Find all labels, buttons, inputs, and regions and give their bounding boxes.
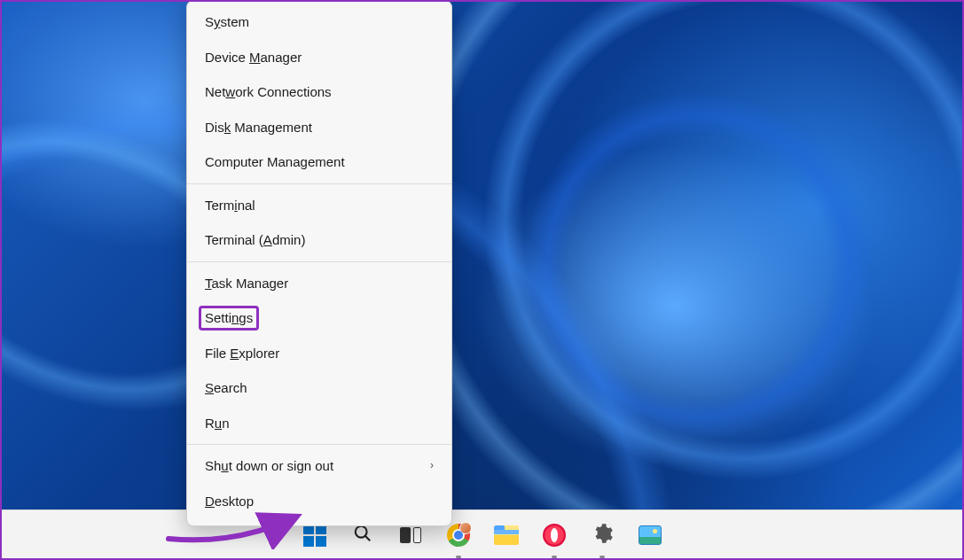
menu-terminal-admin[interactable]: Terminal (Admin) xyxy=(187,222,451,258)
menu-item-label: Search xyxy=(205,379,247,397)
menu-search[interactable]: Search xyxy=(187,370,451,406)
menu-item-label: Desktop xyxy=(205,493,254,510)
menu-separator xyxy=(187,261,451,262)
menu-terminal[interactable]: Terminal xyxy=(187,188,451,223)
menu-item-label: Device Manager xyxy=(205,49,302,66)
menu-item-label: Computer Management xyxy=(205,153,345,171)
menu-separator xyxy=(187,183,451,184)
gear-icon xyxy=(591,522,614,548)
svg-point-0 xyxy=(355,526,366,538)
menu-item-label: Terminal (Admin) xyxy=(205,231,305,249)
file-explorer-button[interactable] xyxy=(489,517,524,553)
menu-item-label: File Explorer xyxy=(205,345,279,362)
menu-file-explorer[interactable]: File Explorer xyxy=(187,336,451,371)
menu-network-connections[interactable]: Network Connections xyxy=(187,74,451,110)
search-icon xyxy=(353,524,372,547)
menu-settings[interactable]: Settings xyxy=(187,300,451,336)
chevron-right-icon: › xyxy=(430,459,434,473)
settings-app-button[interactable] xyxy=(584,517,620,553)
menu-device-manager[interactable]: Device Manager xyxy=(187,40,451,75)
taskbar xyxy=(0,509,964,560)
photos-button[interactable] xyxy=(632,517,668,553)
menu-item-label: Shut down or sign out xyxy=(205,457,333,475)
annotation-highlight: Settings xyxy=(199,306,259,331)
menu-item-label: Task Manager xyxy=(205,275,288,292)
desktop-wallpaper xyxy=(0,0,964,509)
winx-context-menu: SystemDevice ManagerNetwork ConnectionsD… xyxy=(186,0,452,526)
windows-logo-icon xyxy=(303,524,326,547)
chrome-icon xyxy=(447,524,470,547)
menu-shutdown[interactable]: Shut down or sign out› xyxy=(187,448,451,484)
menu-item-label: Disk Management xyxy=(205,119,312,136)
svg-line-1 xyxy=(364,536,370,541)
opera-button[interactable] xyxy=(537,517,572,553)
menu-item-label: System xyxy=(205,13,249,31)
menu-system[interactable]: System xyxy=(187,4,451,40)
menu-computer-management[interactable]: Computer Management xyxy=(187,144,451,180)
menu-item-label: Settings xyxy=(205,309,253,327)
task-view-icon xyxy=(400,527,421,543)
menu-desktop[interactable]: Desktop xyxy=(187,484,451,519)
menu-item-label: Run xyxy=(205,415,230,432)
opera-icon xyxy=(543,524,566,547)
menu-item-label: Terminal xyxy=(205,197,255,214)
menu-task-manager[interactable]: Task Manager xyxy=(187,266,451,301)
menu-run[interactable]: Run xyxy=(187,406,451,441)
menu-disk-management[interactable]: Disk Management xyxy=(187,110,451,145)
photos-icon xyxy=(639,525,662,545)
file-explorer-icon xyxy=(494,525,519,545)
menu-item-label: Network Connections xyxy=(205,83,332,101)
menu-separator xyxy=(187,444,451,445)
